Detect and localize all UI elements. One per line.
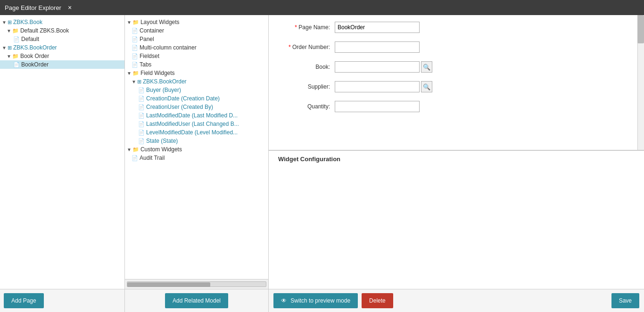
tree-item-book-order[interactable]: ▼ 📁 Book Order [0, 52, 124, 60]
supplier-search-button[interactable]: 🔍 [421, 81, 432, 92]
right-scrollbar[interactable] [637, 15, 644, 150]
tree-item-buyer[interactable]: 📄 Buyer (Buyer) [125, 86, 268, 94]
horizontal-scrollbar-area [125, 279, 268, 289]
book-row: Book: 🔍 [278, 61, 635, 73]
quantity-row: Quantity: [278, 101, 635, 112]
entity-icon-zbks-bookorder: ⊞ [8, 45, 12, 51]
collapse-field-widgets[interactable]: ▼ [127, 71, 132, 76]
delete-button[interactable]: Delete [362, 293, 393, 308]
tree-item-creation-date[interactable]: 📄 CreationDate (Creation Date) [125, 94, 268, 103]
tree-item-multi-column[interactable]: 📄 Multi-column container [125, 43, 268, 52]
quantity-input[interactable] [335, 101, 420, 112]
close-button[interactable]: × [68, 4, 72, 11]
tree-item-field-widgets[interactable]: ▼ 📁 Field Widgets [125, 69, 268, 77]
folder-icon-layout: 📁 [132, 19, 139, 25]
file-icon-default: 📄 [13, 36, 20, 42]
left-panel: ▼ ⊞ ZBKS.Book ▼ 📁 Default ZBKS.Book 📄 De… [0, 15, 125, 312]
collapse-zbks-book[interactable]: ▼ [2, 20, 7, 25]
tree-item-zbks-bookorder-fw[interactable]: ▼ ⊞ ZBKS.BookOrder [125, 77, 268, 86]
tree-label-default: Default [21, 36, 39, 42]
page-name-row: Page Name: [278, 22, 635, 33]
tree-label-last-modified-date: LastModifiedDate (Last Modified D... [146, 112, 238, 119]
collapse-zbks-bookorder-fw[interactable]: ▼ [132, 79, 136, 84]
tree-item-fieldset[interactable]: 📄 Fieldset [125, 52, 268, 60]
tree-label-book-order: Book Order [20, 53, 49, 59]
file-icon-last-modified-user: 📄 [138, 121, 145, 127]
tree-label-zbks-bookorder-fw: ZBKS.BookOrder [143, 78, 187, 85]
entity-icon-zbks-bookorder-fw: ⊞ [137, 79, 141, 85]
left-bottom: Add Page [0, 289, 124, 312]
middle-panel: ▼ 📁 Layout Widgets 📄 Container 📄 Panel 📄… [125, 15, 269, 312]
preview-icon: 👁 [281, 297, 287, 304]
tree-label-zbks-bookorder: ZBKS.BookOrder [13, 44, 57, 51]
file-icon-panel: 📄 [132, 36, 138, 42]
collapse-layout-widgets[interactable]: ▼ [127, 20, 132, 25]
middle-tree: ▼ 📁 Layout Widgets 📄 Container 📄 Panel 📄… [125, 15, 268, 279]
supplier-row: Supplier: 🔍 [278, 81, 635, 92]
tree-item-container[interactable]: 📄 Container [125, 26, 268, 35]
tree-label-default-zbks-book: Default ZBKS.Book [20, 27, 69, 34]
save-button[interactable]: Save [611, 293, 639, 308]
tree-item-state[interactable]: 📄 State (State) [125, 137, 268, 145]
tree-label-bookorder: BookOrder [21, 61, 49, 68]
add-related-model-button[interactable]: Add Related Model [165, 293, 228, 308]
file-icon-state: 📄 [138, 138, 145, 144]
tree-item-panel[interactable]: 📄 Panel [125, 35, 268, 43]
tree-item-level-modified-date[interactable]: 📄 LevelModifiedDate (Level Modified... [125, 128, 268, 137]
entity-icon-zbks-book: ⊞ [8, 19, 12, 25]
supplier-field-group: 🔍 [335, 81, 432, 92]
tree-label-tabs: Tabs [140, 61, 151, 68]
tree-item-last-modified-date[interactable]: 📄 LastModifiedDate (Last Modified D... [125, 111, 268, 120]
order-number-input[interactable] [335, 41, 420, 53]
file-icon-creation-user: 📄 [138, 104, 145, 110]
right-bottom: 👁 Switch to preview mode Delete Save [269, 289, 644, 312]
tree-label-buyer: Buyer (Buyer) [146, 87, 181, 93]
collapse-default-zbks-book[interactable]: ▼ [7, 28, 11, 33]
page-name-input[interactable] [335, 22, 420, 33]
tree-item-audit-trail[interactable]: 📄 Audit Trail [125, 154, 268, 162]
book-search-button[interactable]: 🔍 [421, 61, 432, 73]
collapse-custom-widgets[interactable]: ▼ [127, 147, 132, 152]
tree-label-last-modified-user: LastModifiedUser (Last Changed B... [146, 121, 239, 127]
tree-item-layout-widgets[interactable]: ▼ 📁 Layout Widgets [125, 18, 268, 26]
tree-item-custom-widgets[interactable]: ▼ 📁 Custom Widgets [125, 145, 268, 154]
tree-label-panel: Panel [140, 36, 154, 42]
add-page-button[interactable]: Add Page [4, 293, 44, 308]
title-bar-text: Page Editor Explorer [5, 4, 61, 11]
right-scrollbar-thumb [637, 15, 644, 43]
right-spacer [269, 167, 644, 289]
quantity-label: Quantity: [278, 103, 335, 110]
tree-item-default[interactable]: 📄 Default [0, 35, 124, 43]
tree-item-creation-user[interactable]: 📄 CreationUser (Created By) [125, 103, 268, 111]
tree-label-field-widgets: Field Widgets [140, 70, 175, 76]
collapse-book-order[interactable]: ▼ [7, 54, 11, 59]
horizontal-scrollbar[interactable] [127, 281, 266, 287]
tree-label-container: Container [140, 27, 164, 34]
order-number-row: Order Number: [278, 41, 635, 53]
tree-item-zbks-book[interactable]: ▼ ⊞ ZBKS.Book [0, 18, 124, 26]
tree-item-last-modified-user[interactable]: 📄 LastModifiedUser (Last Changed B... [125, 120, 268, 128]
right-panel: Page Name: Order Number: Book: 🔍 [269, 15, 644, 312]
supplier-input[interactable] [335, 81, 420, 92]
page-name-label: Page Name: [278, 24, 335, 31]
tree-label-state: State (State) [146, 138, 178, 144]
tree-item-default-zbks-book[interactable]: ▼ 📁 Default ZBKS.Book [0, 26, 124, 35]
supplier-label: Supplier: [278, 83, 335, 90]
tree-item-tabs[interactable]: 📄 Tabs [125, 60, 268, 69]
tree-item-zbks-bookorder[interactable]: ▼ ⊞ ZBKS.BookOrder [0, 43, 124, 52]
file-icon-buyer: 📄 [138, 87, 145, 93]
tree-item-bookorder[interactable]: 📄 BookOrder [0, 60, 124, 69]
switch-to-preview-button[interactable]: 👁 Switch to preview mode [273, 293, 358, 308]
book-field-group: 🔍 [335, 61, 432, 73]
title-bar: Page Editor Explorer × [0, 0, 644, 15]
folder-icon-book-order: 📁 [12, 53, 19, 59]
collapse-zbks-bookorder[interactable]: ▼ [2, 45, 7, 50]
widget-config-title: Widget Configuration [278, 156, 340, 163]
order-number-label: Order Number: [278, 44, 335, 50]
book-input[interactable] [335, 61, 420, 73]
file-icon-tabs: 📄 [132, 62, 138, 68]
tree-label-creation-date: CreationDate (Creation Date) [146, 95, 220, 102]
file-icon-multi-column: 📄 [132, 45, 138, 51]
file-icon-bookorder: 📄 [13, 62, 20, 68]
tree-label-zbks-book: ZBKS.Book [13, 19, 42, 25]
